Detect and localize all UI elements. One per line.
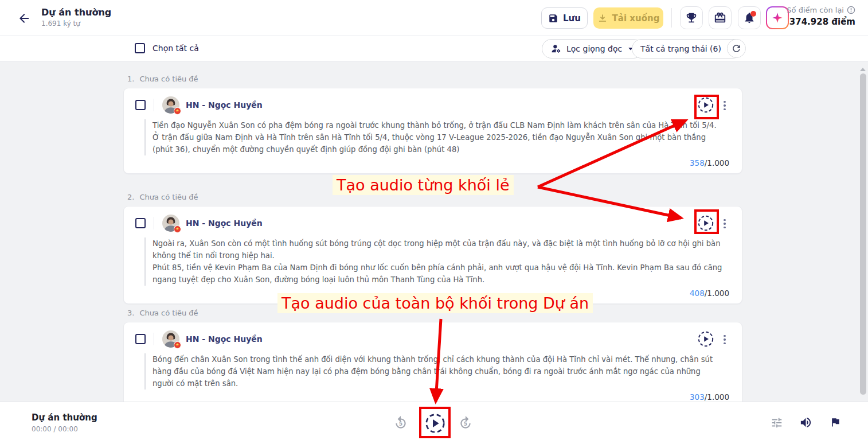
points-value: 374.928 điểm <box>787 17 855 27</box>
flag-badge-icon: ★ <box>174 107 181 115</box>
more-options-button[interactable] <box>721 333 728 346</box>
svg-text:5: 5 <box>399 420 402 427</box>
volume-icon <box>799 416 812 429</box>
flag-badge-icon: ★ <box>174 225 181 233</box>
select-all[interactable]: Chọn tất cả <box>135 43 199 53</box>
arrow-left-icon <box>17 11 31 25</box>
download-icon <box>597 13 608 24</box>
notification-badge <box>750 11 756 17</box>
save-label: Lưu <box>563 13 581 24</box>
block-paragraph: Bóng đến chân Xuân Son trong tình thế an… <box>153 353 722 390</box>
block-text-editor[interactable]: Bóng đến chân Xuân Son trong tình thế an… <box>144 353 730 390</box>
trophy-icon <box>685 11 698 24</box>
report-flag-button[interactable] <box>830 416 841 430</box>
generate-all-audio-button[interactable] <box>424 412 446 437</box>
app-header: Dự án thường 1.691 ký tự Lưu Tải xuống S… <box>0 0 868 36</box>
status-filter-dropdown[interactable]: Tất cả trạng thái (6) <box>632 39 742 59</box>
block-paragraph: Tiền đạo Nguyễn Xuân Son có pha đệm bóng… <box>153 119 722 131</box>
voice-filter-label: Lọc giọng đọc <box>566 44 622 53</box>
notifications-button[interactable] <box>738 6 761 29</box>
voice-name[interactable]: HN - Ngọc Huyền <box>186 100 263 110</box>
more-options-button[interactable] <box>721 99 728 112</box>
voice-name[interactable]: HN - Ngọc Huyền <box>186 219 263 228</box>
block-text-editor[interactable]: Ngoài ra, Xuân Son còn có một tình huống… <box>144 237 730 286</box>
voice-filter-dropdown[interactable]: Lọc giọng đọc <box>542 39 643 59</box>
block-1: 1.Chưa có tiêu đề ★ HN - Ngọc Huyền Tiền… <box>123 75 742 174</box>
scrollbar-thumb[interactable] <box>860 73 866 395</box>
player-project-title: Dự án thường <box>32 412 97 423</box>
sparkle-icon <box>771 11 784 24</box>
blocks-list: 1.Chưa có tiêu đề ★ HN - Ngọc Huyền Tiền… <box>0 62 868 402</box>
person-gear-icon <box>550 43 562 54</box>
status-filter-label: Tất cả trạng thái (6) <box>640 44 721 53</box>
divider <box>154 99 154 111</box>
more-options-button[interactable] <box>721 217 728 231</box>
select-all-checkbox[interactable] <box>135 43 145 53</box>
achievements-button[interactable] <box>680 6 703 29</box>
replay-5-icon: 5 <box>393 415 408 430</box>
svg-text:5: 5 <box>464 420 467 427</box>
divider <box>154 333 154 345</box>
annotation-box-block2-play <box>694 209 719 234</box>
download-button[interactable]: Tải xuống <box>593 7 663 29</box>
annotation-box-block1-play <box>694 95 719 119</box>
block-text-editor[interactable]: Tiền đạo Nguyễn Xuân Son có pha đệm bóng… <box>144 119 730 155</box>
char-counter: 358/1.000 <box>135 158 730 168</box>
flag-badge-icon: ★ <box>174 341 181 349</box>
gift-icon <box>714 11 726 24</box>
back-button[interactable] <box>16 10 32 26</box>
dashed-play-icon <box>697 330 714 348</box>
dashed-play-icon <box>424 412 446 434</box>
rewind-5-button[interactable]: 5 <box>393 415 408 433</box>
block-checkbox[interactable] <box>135 334 146 344</box>
block-3: 3.Chưa có tiêu đề ★ HN - Ngọc Huyền Bóng… <box>123 309 742 408</box>
refresh-button[interactable] <box>727 39 746 58</box>
points-label: Số điểm còn lại <box>787 6 844 14</box>
char-counter: 303/1.000 <box>135 392 730 402</box>
audio-block-card: ★ HN - Ngọc Huyền Bóng đến chân Xuân Son… <box>123 322 742 408</box>
block-checkbox[interactable] <box>135 218 146 228</box>
project-title: Dự án thường <box>41 7 111 18</box>
gift-button[interactable] <box>709 6 732 29</box>
refresh-icon <box>731 43 742 54</box>
tune-icon <box>771 416 783 429</box>
generate-block-audio-button[interactable] <box>697 330 714 348</box>
player-time: 00:00 / 00:00 <box>32 425 78 433</box>
forward-5-icon: 5 <box>458 415 473 430</box>
points-panel: Số điểm còn lại 374.928 điểm <box>787 6 855 27</box>
block-2: 2.Chưa có tiêu đề ★ HN - Ngọc Huyền Ngoà… <box>123 193 742 304</box>
ai-assistant-button[interactable] <box>766 6 789 29</box>
scroll-up-arrow-icon[interactable] <box>860 68 866 71</box>
forward-5-button[interactable]: 5 <box>458 415 473 433</box>
header-divider <box>671 8 672 28</box>
voice-avatar[interactable]: ★ <box>162 96 179 114</box>
block-checkbox[interactable] <box>135 100 146 110</box>
list-toolbar: Chọn tất cả Lọc giọng đọc Tất cả trạng t… <box>0 36 868 62</box>
voice-name[interactable]: HN - Ngọc Huyền <box>186 334 263 344</box>
info-icon[interactable] <box>847 6 855 14</box>
download-label: Tải xuống <box>612 13 660 24</box>
block-paragraph: Ngoài ra, Xuân Son còn có một tình huống… <box>153 237 722 262</box>
annotation-all-blocks: Tạo audio của toàn bộ khối trong Dự án <box>277 293 593 313</box>
block-label: 1.Chưa có tiêu đề <box>127 75 742 83</box>
scrollbar <box>859 64 866 399</box>
block-paragraph: Ở trận đấu giữa Nam Định và Hà Tĩnh trên… <box>153 131 722 155</box>
flag-icon <box>830 416 841 428</box>
voice-avatar[interactable]: ★ <box>162 215 179 232</box>
select-all-label: Chọn tất cả <box>153 44 199 53</box>
volume-button[interactable] <box>799 416 812 431</box>
char-total: 1.691 ký tự <box>41 20 80 28</box>
audio-settings-button[interactable] <box>771 416 783 431</box>
annotation-single-block: Tạo audio từng khối lẻ <box>333 175 514 195</box>
divider <box>154 217 154 229</box>
audio-block-card: ★ HN - Ngọc Huyền Tiền đạo Nguyễn Xuân S… <box>123 88 742 174</box>
save-button[interactable]: Lưu <box>541 7 588 29</box>
save-icon <box>548 13 558 24</box>
voice-avatar[interactable]: ★ <box>162 330 179 348</box>
audio-block-card: ★ HN - Ngọc Huyền Ngoài ra, Xuân Son còn… <box>123 206 742 304</box>
block-paragraph: Phút 85, tiền vệ Kevin Phạm Ba của Nam Đ… <box>153 262 722 286</box>
